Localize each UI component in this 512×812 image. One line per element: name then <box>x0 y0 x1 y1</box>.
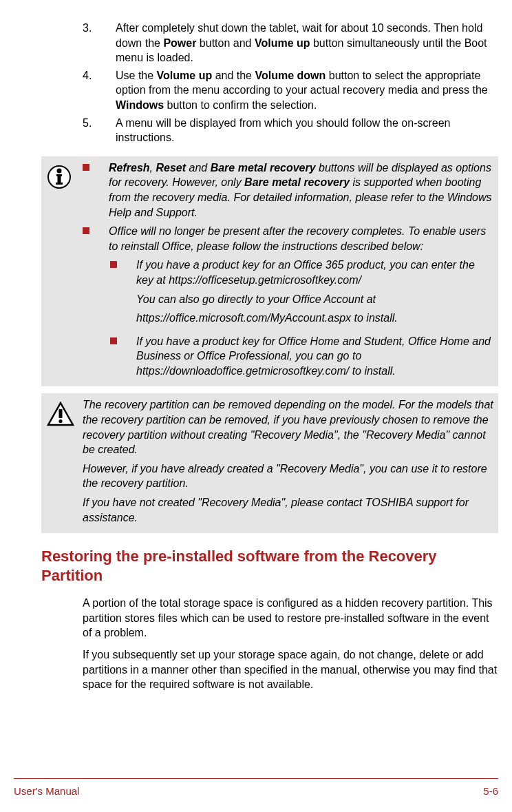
bullet-item: Refresh, Reset and Bare metal recovery b… <box>83 160 494 220</box>
svg-point-7 <box>58 419 62 423</box>
list-item: 5. A menu will be displayed from which y… <box>83 116 498 145</box>
sub-bullet-item: If you have a product key for Office Hom… <box>110 334 494 379</box>
warning-callout: The recovery partition can be removed de… <box>41 393 498 533</box>
info-icon <box>41 160 83 383</box>
page-footer: User's Manual 5-6 <box>14 778 498 798</box>
list-item: 4. Use the Volume up and the Volume down… <box>83 68 498 113</box>
section-para: If you subsequently set up your storage … <box>83 647 498 692</box>
bullet-text: Office will no longer be present after t… <box>109 224 494 253</box>
list-text: After completely shut down the tablet, w… <box>116 21 498 65</box>
footer-right: 5-6 <box>483 784 498 798</box>
bullet-icon <box>110 337 117 344</box>
sub-bullet-text: If you have a product key for Office Hom… <box>136 334 494 379</box>
sub-bullets: If you have a product key for an Office … <box>110 258 494 378</box>
svg-point-1 <box>57 168 62 173</box>
footer-left: User's Manual <box>14 784 79 798</box>
bullet-item: Office will no longer be present after t… <box>83 224 494 253</box>
page-content: 3. After completely shut down the tablet… <box>0 0 512 692</box>
list-number: 5. <box>83 116 116 145</box>
svg-rect-4 <box>56 183 63 185</box>
bullet-icon <box>110 261 117 268</box>
list-number: 4. <box>83 68 116 113</box>
svg-rect-6 <box>59 409 63 418</box>
warning-body: The recovery partition can be removed de… <box>83 397 498 529</box>
svg-rect-3 <box>58 174 61 184</box>
bullet-text: Refresh, Reset and Bare metal recovery b… <box>109 160 494 220</box>
warning-para: However, if you have already created a "… <box>83 461 494 491</box>
sub-bullet-item: If you have a product key for an Office … <box>110 258 494 329</box>
list-text: Use the Volume up and the Volume down bu… <box>116 68 498 113</box>
section-heading: Restoring the pre-installed software fro… <box>41 547 498 585</box>
sub-bullet-text: If you have a product key for an Office … <box>136 258 494 329</box>
info-callout: Refresh, Reset and Bare metal recovery b… <box>41 156 498 387</box>
bullet-icon <box>83 227 89 234</box>
list-number: 3. <box>83 21 116 65</box>
list-text: A menu will be displayed from which you … <box>116 116 498 145</box>
list-item: 3. After completely shut down the tablet… <box>83 21 498 65</box>
ordered-list: 3. After completely shut down the tablet… <box>83 21 498 145</box>
warning-icon <box>41 397 83 529</box>
section-para: A portion of the total storage space is … <box>83 596 498 641</box>
warning-para: If you have not created "Recovery Media"… <box>83 495 494 525</box>
bullet-icon <box>83 164 89 171</box>
info-body: Refresh, Reset and Bare metal recovery b… <box>83 160 498 383</box>
warning-para: The recovery partition can be removed de… <box>83 397 494 457</box>
